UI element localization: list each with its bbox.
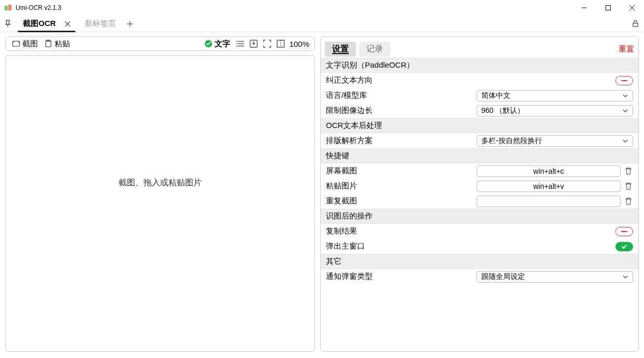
close-button[interactable] — [620, 0, 644, 16]
chevron-down-icon — [622, 93, 628, 99]
svg-rect-0 — [5, 6, 8, 10]
label-language: 语言/模型库 — [326, 91, 471, 100]
tab-label: 新标签页 — [85, 19, 116, 29]
check-icon — [204, 40, 213, 48]
section-after-recognition: 识图后的操作 — [321, 209, 638, 224]
pin-button[interactable] — [0, 16, 16, 32]
drop-area[interactable]: 截图、拖入或粘贴图片 — [5, 55, 315, 352]
svg-rect-1 — [8, 5, 11, 10]
section-hotkeys: 快捷键 — [321, 148, 638, 163]
list-icon[interactable] — [235, 39, 245, 48]
minimize-button[interactable] — [572, 0, 596, 16]
reset-button[interactable]: 重置 — [619, 44, 634, 54]
row-hotkey-paste: 粘贴图片 win+alt+v — [321, 178, 638, 194]
new-tab-button[interactable] — [121, 16, 139, 32]
tab-close-icon[interactable] — [63, 19, 72, 29]
toggle-correct-direction[interactable] — [615, 76, 633, 85]
lock-button[interactable] — [626, 16, 644, 32]
row-language: 语言/模型库 简体中文 — [321, 88, 638, 103]
paste-button[interactable]: 粘贴 — [41, 37, 73, 50]
hotkey-paste[interactable]: win+alt+v — [477, 181, 621, 192]
clear-hotkey-screenshot[interactable] — [624, 167, 633, 176]
toggle-popup-window[interactable] — [615, 242, 633, 251]
svg-rect-10 — [633, 23, 637, 27]
select-language[interactable]: 简体中文 — [477, 90, 633, 101]
paste-icon — [44, 40, 52, 48]
content-area: 截图 粘贴 文字 100% 截图、拖入或粘贴图片 设置 记录 重置 — [0, 32, 644, 358]
label-layout: 排版解析方案 — [326, 136, 471, 146]
tab-screenshot-ocr[interactable]: 截图OCR — [16, 16, 77, 32]
tab-label: 截图OCR — [23, 19, 56, 29]
right-tabs: 设置 记录 重置 — [321, 37, 638, 58]
window-title: Umi-OCR v2.1.3 — [16, 4, 61, 11]
fit-icon[interactable] — [276, 39, 285, 48]
hotkey-repeat[interactable] — [477, 196, 621, 207]
app-icon — [4, 4, 12, 12]
settings-panel: 文字识别（PaddleOCR） 纠正文本方向 语言/模型库 简体中文 限制图像边… — [321, 58, 638, 284]
row-layout: 排版解析方案 多栏-按自然段换行 — [321, 133, 638, 148]
label-copy-result: 复制结果 — [326, 226, 471, 236]
clear-hotkey-paste[interactable] — [624, 182, 633, 191]
zoom-level[interactable]: 100% — [287, 40, 311, 48]
clear-hotkey-repeat[interactable] — [624, 197, 633, 206]
save-icon[interactable] — [249, 39, 258, 48]
tab-log[interactable]: 记录 — [359, 42, 390, 57]
chevron-down-icon — [622, 138, 628, 144]
row-hotkey-screenshot: 屏幕截图 win+alt+c — [321, 163, 638, 178]
label-limit-edge: 限制图像边长 — [326, 106, 471, 116]
chevron-down-icon — [622, 108, 628, 114]
svg-rect-3 — [606, 6, 611, 10]
select-layout[interactable]: 多栏-按自然段换行 — [477, 135, 633, 147]
label-hk-paste: 粘贴图片 — [326, 181, 471, 191]
row-popup-window: 弹出主窗口 — [321, 239, 638, 254]
text-mode-label: 文字 — [215, 39, 230, 49]
chevron-down-icon — [622, 274, 628, 280]
select-limit-edge[interactable]: 960 （默认） — [477, 105, 633, 117]
label-correct-direction: 纠正文本方向 — [326, 75, 471, 85]
screenshot-icon — [12, 40, 20, 48]
left-toolbar: 截图 粘贴 文字 100% — [5, 36, 315, 51]
screenshot-button[interactable]: 截图 — [9, 37, 41, 50]
tab-new[interactable]: 新标签页 — [77, 16, 121, 32]
screenshot-label: 截图 — [22, 39, 38, 49]
left-pane: 截图 粘贴 文字 100% 截图、拖入或粘贴图片 — [5, 36, 315, 352]
label-hk-screenshot: 屏幕截图 — [326, 166, 471, 176]
section-engine: 文字识别（PaddleOCR） — [321, 58, 638, 73]
tab-bar: 截图OCR 新标签页 — [0, 16, 644, 32]
hotkey-screenshot[interactable]: win+alt+c — [477, 165, 621, 177]
row-correct-direction: 纠正文本方向 — [321, 73, 638, 88]
select-notify-type[interactable]: 跟随全局设定 — [477, 271, 633, 283]
title-bar: Umi-OCR v2.1.3 — [0, 0, 644, 16]
maximize-button[interactable] — [596, 0, 620, 16]
section-other: 其它 — [321, 254, 638, 269]
tab-settings[interactable]: 设置 — [325, 42, 356, 57]
drop-message: 截图、拖入或粘贴图片 — [119, 177, 202, 188]
right-pane: 设置 记录 重置 文字识别（PaddleOCR） 纠正文本方向 语言/模型库 简… — [320, 36, 639, 352]
fullscreen-icon[interactable] — [262, 39, 272, 48]
row-copy-result: 复制结果 — [321, 224, 638, 239]
label-notify-type: 通知弹窗类型 — [326, 272, 471, 282]
row-hotkey-repeat: 重复截图 — [321, 194, 638, 209]
row-limit-edge: 限制图像边长 960 （默认） — [321, 103, 638, 118]
text-mode-toggle[interactable]: 文字 — [201, 39, 233, 49]
section-postproc: OCR文本后处理 — [321, 118, 638, 133]
row-notify-type: 通知弹窗类型 跟随全局设定 — [321, 269, 638, 284]
toggle-copy-result[interactable] — [615, 227, 633, 236]
label-popup-window: 弹出主窗口 — [326, 241, 471, 251]
label-hk-repeat: 重复截图 — [326, 196, 471, 206]
paste-label: 粘贴 — [55, 39, 70, 49]
